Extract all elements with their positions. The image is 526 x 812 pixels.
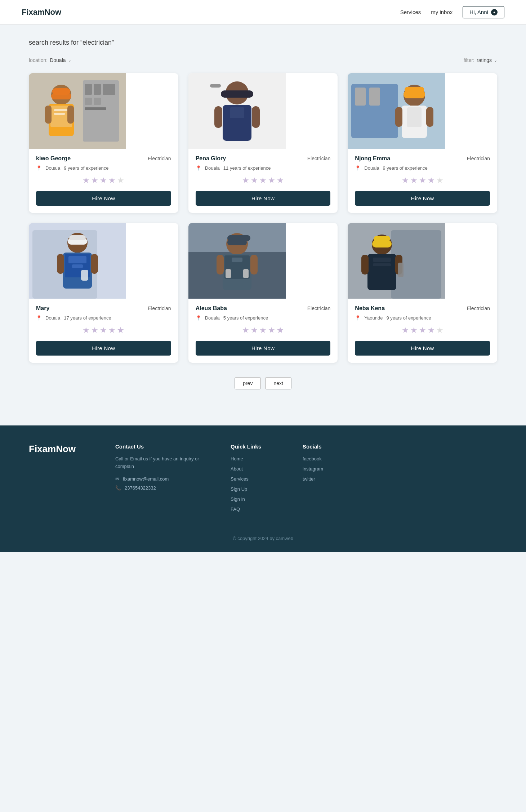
- worker-card: Njong Emma Electrician 📍 Douala 9 years …: [348, 73, 497, 213]
- star-filled: ★: [100, 326, 107, 335]
- worker-location: Douala: [205, 315, 220, 321]
- card-name-role: Mary Electrician: [36, 305, 171, 312]
- footer-link-item: Sign Up: [231, 486, 288, 492]
- location-filter[interactable]: location: Douala ⌄: [29, 57, 71, 63]
- footer-link[interactable]: Services: [231, 476, 249, 482]
- filter-label: filter:: [464, 57, 474, 63]
- star-filled: ★: [268, 326, 275, 335]
- card-meta: 📍 Yaounde 9 years of experience: [355, 315, 490, 321]
- card-body: Mary Electrician 📍 Douala 17 years of ex…: [29, 299, 178, 363]
- svg-rect-70: [361, 255, 369, 275]
- footer-link[interactable]: Sign in: [231, 496, 245, 502]
- worker-experience: 9 years of experience: [64, 165, 108, 171]
- card-body: Pena Glory Electrician 📍 Douala 11 years…: [188, 149, 338, 213]
- card-stars: ★★★★★: [196, 176, 331, 185]
- card-name-role: Njong Emma Electrician: [355, 155, 490, 162]
- cards-grid: kiwo George Electrician 📍 Douala 9 years…: [29, 73, 497, 363]
- worker-name: kiwo George: [36, 155, 71, 162]
- worker-name: Neba Kena: [355, 305, 385, 312]
- footer-top: FixamNow Contact Us Call or Email us if …: [29, 443, 497, 527]
- footer-social-item: facebook: [303, 455, 360, 462]
- location-label: location:: [29, 57, 48, 63]
- user-label: Hi, Anni: [469, 9, 488, 15]
- card-stars: ★★★★★: [355, 176, 490, 185]
- svg-rect-15: [45, 106, 52, 124]
- star-filled: ★: [91, 176, 98, 185]
- hire-now-button[interactable]: Hire Now: [36, 341, 171, 356]
- star-filled: ★: [402, 176, 409, 185]
- footer-link[interactable]: FAQ: [231, 507, 240, 512]
- svg-rect-22: [230, 107, 244, 118]
- footer-social-link[interactable]: facebook: [303, 456, 322, 461]
- svg-rect-56: [232, 258, 242, 262]
- worker-location: Douala: [45, 315, 60, 321]
- hire-now-button[interactable]: Hire Now: [196, 191, 331, 206]
- footer-socials-list: facebookinstagramtwitter: [303, 455, 360, 482]
- svg-rect-28: [355, 88, 366, 106]
- footer-link-item: FAQ: [231, 506, 288, 512]
- nav: Services my inbox Hi, Anni ●: [400, 6, 504, 18]
- svg-rect-34: [407, 107, 422, 127]
- svg-rect-35: [395, 107, 402, 127]
- star-filled: ★: [419, 176, 426, 185]
- svg-rect-13: [54, 109, 68, 111]
- svg-rect-3: [94, 84, 101, 95]
- logo: FixamNow: [22, 8, 61, 17]
- worker-image: [348, 73, 497, 149]
- svg-rect-32: [405, 87, 424, 93]
- header: FixamNow Services my inbox Hi, Anni ●: [0, 0, 526, 24]
- footer-link[interactable]: About: [231, 466, 243, 472]
- ratings-filter[interactable]: filter: ratings ⌄: [464, 57, 497, 63]
- star-filled: ★: [277, 176, 284, 185]
- worker-experience: 17 years of experience: [64, 315, 111, 321]
- svg-rect-25: [210, 84, 221, 88]
- svg-rect-6: [94, 98, 101, 105]
- footer-link[interactable]: Sign Up: [231, 486, 247, 492]
- card-meta: 📍 Douala 9 years of experience: [355, 165, 490, 171]
- svg-rect-47: [91, 254, 98, 274]
- footer-link-item: Home: [231, 455, 288, 462]
- card-stars: ★★★★★: [355, 326, 490, 335]
- nav-inbox[interactable]: my inbox: [431, 9, 453, 15]
- star-filled: ★: [100, 176, 107, 185]
- star-filled: ★: [428, 326, 435, 335]
- footer-links-list: HomeAboutServicesSign UpSign inFAQ: [231, 455, 288, 512]
- user-button[interactable]: Hi, Anni ●: [463, 6, 504, 18]
- star-filled: ★: [91, 326, 98, 335]
- footer-contact-desc: Call or Email us if you have an inquiry …: [115, 455, 216, 470]
- card-meta: 📍 Douala 11 years of experience: [196, 165, 331, 171]
- worker-role: Electrician: [148, 305, 171, 311]
- worker-experience: 5 years of experience: [223, 315, 268, 321]
- svg-rect-45: [72, 264, 83, 268]
- card-meta: 📍 Douala 9 years of experience: [36, 165, 171, 171]
- footer-social-link[interactable]: instagram: [303, 466, 323, 472]
- footer-link[interactable]: Home: [231, 456, 243, 461]
- nav-services[interactable]: Services: [400, 9, 421, 15]
- svg-rect-53: [227, 235, 250, 241]
- footer-link-item: Services: [231, 476, 288, 482]
- hire-now-button[interactable]: Hire Now: [196, 341, 331, 356]
- footer-link-item: About: [231, 465, 288, 472]
- footer-contact-title: Contact Us: [115, 443, 216, 450]
- footer-social-link[interactable]: twitter: [303, 476, 315, 482]
- worker-experience: 11 years of experience: [223, 165, 271, 171]
- card-meta: 📍 Douala 5 years of experience: [196, 315, 331, 321]
- svg-rect-24: [252, 106, 260, 128]
- worker-card: Aleus Baba Electrician 📍 Douala 5 years …: [188, 223, 338, 363]
- star-filled: ★: [83, 326, 90, 335]
- star-filled: ★: [108, 326, 116, 335]
- svg-rect-59: [243, 269, 249, 278]
- worker-name: Aleus Baba: [196, 305, 227, 312]
- footer-copyright: © copyright 2024 by camweb: [29, 527, 497, 541]
- hire-now-button[interactable]: Hire Now: [355, 191, 490, 206]
- next-button[interactable]: next: [265, 377, 291, 389]
- star-filled: ★: [402, 326, 409, 335]
- svg-rect-14: [54, 113, 65, 115]
- hire-now-button[interactable]: Hire Now: [36, 191, 171, 206]
- prev-button[interactable]: prev: [235, 377, 261, 389]
- svg-rect-48: [81, 270, 88, 281]
- svg-rect-5: [85, 98, 92, 105]
- card-stars: ★★★★★★: [36, 326, 171, 335]
- hire-now-button[interactable]: Hire Now: [355, 341, 490, 356]
- card-meta: 📍 Douala 17 years of experience: [36, 315, 171, 321]
